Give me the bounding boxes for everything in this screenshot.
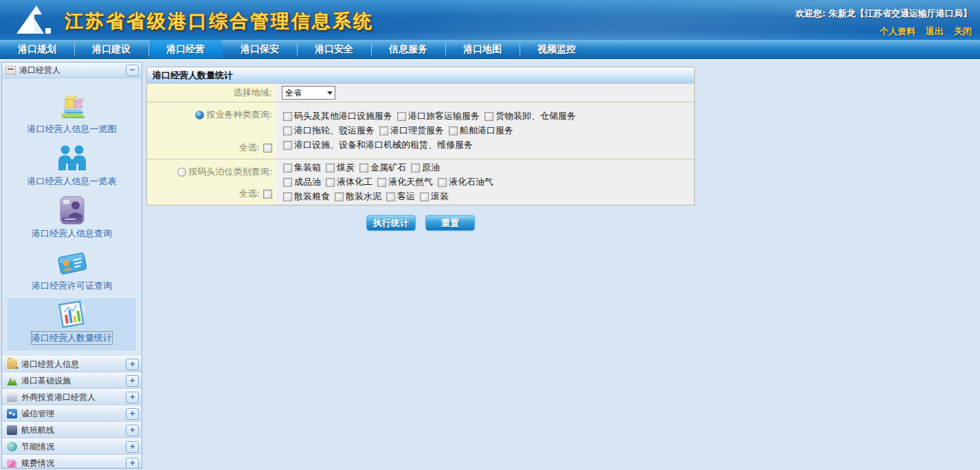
checkbox-label: 客运 xyxy=(397,190,415,203)
checkbox-item[interactable]: 港口旅客运输服务 xyxy=(397,110,480,122)
checkbox[interactable] xyxy=(326,164,335,172)
main-nav: 港口规划港口建设港口经营港口保安港口安全信息服务港口地图视频监控 xyxy=(0,40,980,60)
sidebar-panel-header[interactable]: 港口经营人 − xyxy=(2,63,142,78)
credit-icon xyxy=(7,409,17,418)
expand-button[interactable]: + xyxy=(126,425,139,436)
nav-tab[interactable]: 视频监控 xyxy=(520,40,594,59)
sidebar-item[interactable]: 港口经营人信息一览表 xyxy=(8,142,136,194)
nav-tab-label: 港口经营 xyxy=(166,43,205,56)
nav-tab[interactable]: 港口规划 xyxy=(0,40,74,59)
checkbox[interactable] xyxy=(283,126,292,135)
business-select-all[interactable]: 全选: xyxy=(239,142,272,154)
user-links: 个人资料退出关闭 xyxy=(880,25,972,38)
sidebar-item[interactable]: 港口经营许可证查询 xyxy=(8,246,136,298)
region-select-value: 全省 xyxy=(282,87,324,99)
checkbox[interactable] xyxy=(377,178,386,187)
checkbox-item[interactable]: 码头及其他港口设施服务 xyxy=(283,110,392,122)
checkbox-item[interactable]: 成品油 xyxy=(283,176,321,188)
nav-tab[interactable]: 港口建设 xyxy=(74,40,148,59)
expand-button[interactable]: + xyxy=(126,392,139,403)
expand-button[interactable]: + xyxy=(126,359,139,370)
nav-tab[interactable]: 港口保安 xyxy=(223,40,297,59)
checkbox[interactable] xyxy=(335,192,344,201)
checkbox[interactable] xyxy=(359,164,368,172)
sidebar-section[interactable]: 航班航线+ xyxy=(2,422,142,438)
reset-button[interactable]: 重置 xyxy=(425,215,475,231)
region-label: 选择地域: xyxy=(147,84,276,102)
dropdown-arrow-icon xyxy=(324,87,335,99)
berth-select-all-checkbox[interactable] xyxy=(263,190,272,199)
sidebar-item-list: 港口经营人信息一览图港口经营人信息一览表港口经营人信息查询港口经营许可证查询港口… xyxy=(2,78,142,350)
execute-statistics-button[interactable]: 执行统计 xyxy=(366,215,416,231)
checkbox[interactable] xyxy=(379,126,388,135)
sidebar-section[interactable]: 外商投资港口经营人+ xyxy=(2,389,142,405)
collapse-button[interactable]: − xyxy=(126,65,139,76)
checkbox[interactable] xyxy=(386,192,395,201)
close-link[interactable]: 关闭 xyxy=(954,25,972,38)
checkbox[interactable] xyxy=(397,112,406,121)
checkbox[interactable] xyxy=(283,112,292,121)
business-type-radio-option[interactable]: 按业务种类查询: xyxy=(195,109,272,121)
checkbox-item[interactable]: 客运 xyxy=(386,190,415,203)
logout-link[interactable]: 退出 xyxy=(926,25,944,38)
checkbox-item[interactable]: 金属矿石 xyxy=(359,161,406,174)
expand-button[interactable]: + xyxy=(126,458,139,469)
checkbox-item[interactable]: 散装粮食 xyxy=(283,190,330,203)
berth-type-radio-option[interactable]: 按码头泊位类别查询: xyxy=(177,166,272,178)
business-type-radio[interactable] xyxy=(195,111,204,120)
checkbox-item[interactable]: 港口理货服务 xyxy=(379,124,444,137)
sidebar-section[interactable]: 规费情况+ xyxy=(2,455,142,469)
sidebar-section[interactable]: 节能情况+ xyxy=(2,438,142,455)
expand-button[interactable]: + xyxy=(126,408,139,420)
checkbox-item[interactable]: 液化石油气 xyxy=(438,176,493,188)
checkbox-item[interactable]: 港口拖轮、驳运服务 xyxy=(283,124,375,137)
profile-link[interactable]: 个人资料 xyxy=(880,25,915,38)
checkbox-item[interactable]: 滚装 xyxy=(420,190,449,203)
checkbox[interactable] xyxy=(326,178,335,187)
checkbox[interactable] xyxy=(438,178,447,187)
nav-tab[interactable]: 港口地图 xyxy=(445,40,520,59)
checkbox-item[interactable]: 货物装卸、仓储服务 xyxy=(485,110,576,122)
checkbox-item[interactable]: 船舶港口服务 xyxy=(449,124,513,137)
checkbox-label: 液体化工 xyxy=(337,176,372,188)
checkbox-item[interactable]: 煤炭 xyxy=(326,161,355,174)
checkbox[interactable] xyxy=(420,192,429,201)
sidebar-section-label: 节能情况 xyxy=(21,441,122,453)
sidebar-item[interactable]: 港口经营人信息查询 xyxy=(8,194,136,246)
sidebar-item[interactable]: 港口经营人信息一览图 xyxy=(8,89,136,142)
berth-type-radio[interactable] xyxy=(177,168,186,177)
nav-tab[interactable]: 信息服务 xyxy=(371,40,445,59)
business-select-all-checkbox[interactable] xyxy=(263,144,272,153)
checkbox[interactable] xyxy=(283,164,292,172)
id-card-icon xyxy=(56,194,89,227)
checkbox-label: 码头及其他港口设施服务 xyxy=(294,110,392,122)
checkbox-item[interactable]: 液化天然气 xyxy=(377,176,433,188)
checkbox[interactable] xyxy=(485,112,493,121)
checkbox-item[interactable]: 液体化工 xyxy=(326,176,372,188)
berth-select-all[interactable]: 全选: xyxy=(239,188,272,200)
checkbox-item[interactable]: 港口设施、设备和港口机械的租赁、维修服务 xyxy=(283,139,473,151)
facility-icon xyxy=(7,376,17,385)
checkbox[interactable] xyxy=(283,192,292,201)
checkbox-item[interactable]: 散装水泥 xyxy=(335,190,381,203)
sidebar-section-label: 外商投资港口经营人 xyxy=(21,392,122,403)
checkbox[interactable] xyxy=(449,126,458,135)
region-select[interactable]: 全省 xyxy=(282,86,335,100)
expand-button[interactable]: + xyxy=(126,375,139,387)
checkbox[interactable] xyxy=(283,178,292,187)
checkbox-item[interactable]: 集装箱 xyxy=(283,161,321,174)
sidebar-section[interactable]: 诚信管理+ xyxy=(2,405,142,422)
sidebar-section[interactable]: 港口经营人信息+ xyxy=(2,356,142,372)
sidebar-item[interactable]: 港口经营人数量统计 xyxy=(8,298,136,350)
expand-button[interactable]: + xyxy=(126,441,139,453)
berth-type-row: 按码头泊位类别查询: 全选: 集装箱煤炭金属矿石原油成品油液体化工液化天然气液化… xyxy=(147,159,694,205)
nav-tab[interactable]: 港口经营 xyxy=(148,40,223,59)
checkbox[interactable] xyxy=(283,141,292,150)
sidebar-section[interactable]: 港口基础设施+ xyxy=(2,372,142,389)
checkbox-item[interactable]: 原油 xyxy=(411,161,440,174)
checkbox-label: 金属矿石 xyxy=(370,161,406,174)
nav-tab[interactable]: 港口安全 xyxy=(297,40,371,59)
checkbox[interactable] xyxy=(411,164,420,172)
checkbox-label: 货物装卸、仓储服务 xyxy=(495,110,576,122)
checkbox-label: 船舶港口服务 xyxy=(460,124,513,137)
